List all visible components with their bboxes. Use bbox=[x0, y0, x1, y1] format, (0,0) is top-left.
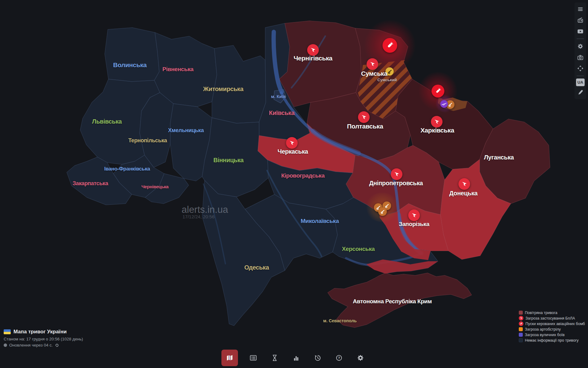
artillery-square-icon bbox=[519, 327, 523, 331]
ukraine-flag-icon bbox=[4, 329, 11, 334]
youtube-icon bbox=[577, 28, 584, 35]
map-title: Мапа тривог України bbox=[13, 329, 67, 335]
region-zhytomyrska[interactable] bbox=[212, 45, 266, 123]
region-crimea[interactable] bbox=[328, 273, 472, 328]
drone-threat-icon-dnipropetrovska[interactable] bbox=[391, 168, 402, 180]
legend-item: Загроза застосування БпЛА bbox=[519, 316, 585, 320]
legend-item: Загроза вуличних боїв bbox=[519, 332, 585, 337]
street-fights-icon-kharkivska[interactable] bbox=[440, 100, 448, 108]
legend-item: Немає інформації про тривогу bbox=[519, 338, 585, 343]
ukraine-map[interactable] bbox=[0, 0, 588, 368]
bomb-circle-icon bbox=[519, 321, 523, 326]
svg-text:?: ? bbox=[338, 356, 340, 360]
sidebar-divider bbox=[577, 39, 584, 39]
refresh-icon[interactable] bbox=[55, 343, 59, 347]
pencil-icon bbox=[577, 89, 584, 96]
guided-bomb-icon[interactable] bbox=[432, 85, 444, 98]
map-icon bbox=[225, 354, 234, 362]
air-alert-square-icon bbox=[519, 311, 523, 315]
settings-button[interactable] bbox=[575, 41, 585, 51]
region-chernihivska[interactable] bbox=[279, 21, 361, 107]
tab-map[interactable] bbox=[221, 350, 238, 366]
tab-list[interactable] bbox=[247, 352, 259, 364]
drone-threat-icon-donetska[interactable] bbox=[458, 178, 470, 190]
region-volynska[interactable] bbox=[105, 28, 159, 82]
legend: Повітряна тривога Загроза застосування Б… bbox=[519, 310, 585, 343]
drone-threat-icon-poltavska[interactable] bbox=[358, 111, 370, 123]
legend-item: Загроза артобстрілу bbox=[519, 327, 585, 332]
artillery-threat-icon-nikopol-3[interactable] bbox=[378, 207, 387, 216]
drone-circle-icon bbox=[519, 316, 523, 320]
language-button[interactable]: UA bbox=[576, 79, 585, 86]
tab-help[interactable]: ? bbox=[333, 352, 345, 364]
hourglass-icon bbox=[270, 354, 279, 362]
sidebar: UA bbox=[575, 2, 586, 99]
help-icon: ? bbox=[335, 354, 343, 362]
drone-threat-icon-sumska[interactable] bbox=[367, 58, 378, 70]
tab-history[interactable] bbox=[311, 352, 324, 364]
list-icon bbox=[249, 354, 258, 362]
bottom-toolbar: ? bbox=[221, 350, 367, 366]
sidebar-divider bbox=[577, 76, 584, 76]
menu-icon bbox=[577, 6, 584, 13]
alerts-map-app: Волинська Рівненська Житомирська Київськ… bbox=[0, 0, 588, 368]
history-icon bbox=[313, 354, 322, 362]
street-fights-square-icon bbox=[519, 333, 523, 337]
artillery-threat-icon-sumska[interactable] bbox=[386, 67, 394, 76]
gear-icon bbox=[356, 354, 365, 362]
status-line: Станом на: 17 грудня о 20:56 (1028 день) bbox=[4, 337, 83, 341]
drone-threat-icon-chernihivska[interactable] bbox=[307, 44, 319, 56]
draw-button[interactable] bbox=[575, 87, 585, 97]
radio-button[interactable] bbox=[575, 15, 585, 25]
status-dot bbox=[4, 343, 7, 347]
guided-bomb-icon[interactable] bbox=[383, 38, 397, 53]
update-countdown: Оновлення через 04 с. bbox=[9, 343, 53, 347]
fullscreen-icon bbox=[577, 65, 584, 72]
menu-button[interactable] bbox=[575, 4, 585, 14]
drone-threat-icon-zaporizka[interactable] bbox=[408, 209, 420, 221]
tab-timer[interactable] bbox=[269, 352, 281, 364]
region-vinnytska[interactable] bbox=[202, 118, 268, 197]
tab-statistics[interactable] bbox=[290, 352, 302, 364]
drone-threat-icon-cherkaska[interactable] bbox=[286, 137, 298, 149]
gear-icon bbox=[577, 43, 584, 50]
camera-icon bbox=[577, 54, 584, 61]
screenshot-button[interactable] bbox=[575, 52, 585, 62]
drone-threat-icon-kharkivska[interactable] bbox=[431, 116, 443, 128]
tab-settings[interactable] bbox=[354, 352, 367, 364]
legend-item: Пуски керованих авіаційних бомб bbox=[519, 321, 585, 326]
fullscreen-button[interactable] bbox=[575, 63, 585, 73]
info-panel: Мапа тривог України Станом на: 17 грудня… bbox=[4, 329, 83, 347]
legend-item: Повітряна тривога bbox=[519, 310, 585, 315]
no-info-square-icon bbox=[519, 338, 523, 342]
bar-chart-icon bbox=[292, 354, 300, 362]
youtube-button[interactable] bbox=[575, 26, 585, 36]
radio-icon bbox=[577, 17, 584, 24]
